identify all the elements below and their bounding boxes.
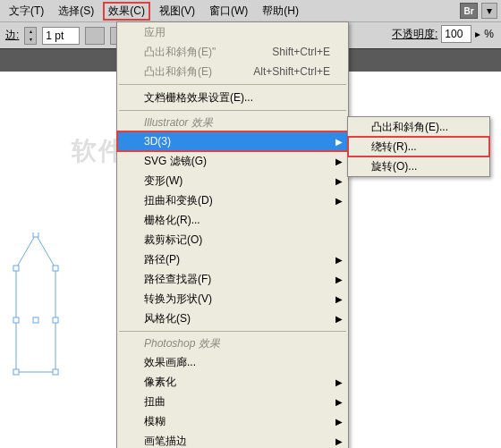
svg-rect-5 [33,317,38,323]
menu-item[interactable]: 风格化(S)▶ [117,309,348,328]
menu-item[interactable]: 路径(P)▶ [117,249,348,269]
menu-window[interactable]: 窗口(W) [204,2,253,21]
menu-item[interactable]: 扭曲▶ [117,392,348,411]
stroke-stepper[interactable]: ▴▾ [24,27,37,45]
canvas[interactable] [0,72,116,447]
stroke-dropdown[interactable] [85,27,105,45]
opacity-input[interactable] [441,25,471,43]
menu-apply: 应用 [117,22,348,42]
svg-rect-1 [53,266,58,271]
menu-separator [119,110,346,111]
svg-rect-7 [53,317,58,323]
menu-header-ps: Photoshop 效果 [117,334,348,352]
menu-extrude-alt: 凸出和斜角(E)Alt+Shift+Ctrl+E [117,62,348,81]
menu-extrude-short: 凸出和斜角(E)"Shift+Ctrl+E [117,42,348,62]
stroke-label: 边: [5,28,19,43]
menu-separator [119,331,346,332]
stroke-input[interactable] [42,27,80,45]
menu-item[interactable]: 像素化▶ [117,372,348,392]
submenu-item[interactable]: 旋转(O)... [348,156,489,176]
menu-item[interactable]: 路径查找器(F)▶ [117,269,348,289]
effect-menu: 应用 凸出和斜角(E)"Shift+Ctrl+E 凸出和斜角(E)Alt+Shi… [116,21,349,448]
menu-item[interactable]: SVG 滤镜(G)▶ [117,151,348,171]
menu-item[interactable]: 转换为形状(V)▶ [117,289,348,309]
menu-text[interactable]: 文字(T) [4,2,49,21]
opacity-label: 不透明度: [392,27,437,42]
selected-path[interactable] [9,232,63,376]
menu-help[interactable]: 帮助(H) [257,2,304,21]
svg-rect-4 [13,369,19,375]
menu-separator [119,84,346,85]
menu-item[interactable]: 栅格化(R)... [117,210,348,230]
3d-submenu: 凸出和斜角(E)...绕转(R)...旋转(O)... [347,116,490,177]
menu-doc-grid[interactable]: 文档栅格效果设置(E)... [117,88,348,107]
menu-item[interactable]: 模糊▶ [117,411,348,431]
menu-select[interactable]: 选择(S) [53,2,99,21]
menu-header-ai: Illustrator 效果 [117,114,348,131]
menu-item[interactable]: 效果画廊... [117,352,348,372]
svg-rect-2 [13,266,19,271]
opacity-unit: % [484,28,494,40]
svg-rect-0 [33,232,38,237]
opacity-arrow[interactable]: ▸ [475,28,480,40]
menu-item[interactable]: 扭曲和变换(D)▶ [117,190,348,210]
submenu-item[interactable]: 凸出和斜角(E)... [348,117,489,137]
menu-item[interactable]: 裁剪标记(O) [117,230,348,249]
opacity-group: 不透明度: ▸ % [392,25,494,43]
menu-item[interactable]: 变形(W)▶ [117,171,348,190]
svg-rect-3 [53,369,58,375]
menubar: 文字(T) 选择(S) 效果(C) 视图(V) 窗口(W) 帮助(H) Br ▾ [0,0,501,21]
workspace-dropdown[interactable]: ▾ [481,3,497,19]
menu-view[interactable]: 视图(V) [154,2,200,21]
submenu-item[interactable]: 绕转(R)... [348,137,489,156]
menu-item[interactable]: 3D(3)▶ [117,131,348,151]
svg-rect-6 [13,317,19,323]
bridge-icon[interactable]: Br [460,3,478,19]
menu-item[interactable]: 画笔描边▶ [117,431,348,448]
menu-effect[interactable]: 效果(C) [103,2,150,21]
